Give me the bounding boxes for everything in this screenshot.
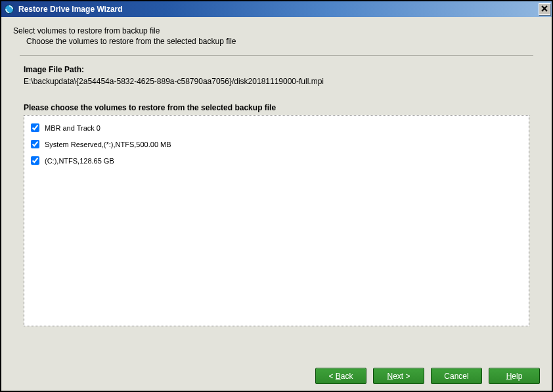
volume-item[interactable]: (C:),NTFS,128.65 GB (24, 152, 529, 169)
volumes-list: MBR and Track 0 System Reserved,(*:),NTF… (24, 115, 529, 326)
app-icon (4, 4, 14, 14)
page-heading: Select volumes to restore from backup fi… (13, 26, 540, 35)
volume-label: (C:),NTFS,128.65 GB (45, 157, 114, 165)
button-bar: < Back Next > Cancel Help (315, 368, 540, 384)
image-path-label: Image File Path: (24, 65, 540, 74)
volume-checkbox[interactable] (31, 156, 39, 165)
page-subheading: Choose the volumes to restore from the s… (26, 37, 540, 46)
volume-checkbox[interactable] (31, 123, 39, 132)
wizard-window: Restore Drive Image Wizard Select volume… (0, 0, 553, 392)
back-button[interactable]: < Back (315, 368, 366, 384)
volume-label: MBR and Track 0 (45, 124, 100, 132)
cancel-button[interactable]: Cancel (431, 368, 482, 384)
volume-label: System Reserved,(*:),NTFS,500.00 MB (45, 141, 171, 148)
volume-item[interactable]: System Reserved,(*:),NTFS,500.00 MB (24, 136, 529, 152)
volume-checkbox[interactable] (31, 140, 39, 148)
close-button[interactable] (539, 3, 550, 15)
next-button[interactable]: Next > (373, 368, 424, 384)
image-path-value: E:\backupdata\{2a54454a-5832-4625-889a-c… (24, 77, 540, 86)
volume-item[interactable]: MBR and Track 0 (24, 120, 529, 136)
volumes-label: Please choose the volumes to restore fro… (24, 103, 540, 112)
help-button[interactable]: Help (489, 368, 540, 384)
close-icon (541, 5, 548, 13)
divider (20, 55, 533, 56)
titlebar: Restore Drive Image Wizard (1, 1, 552, 17)
content-area: Select volumes to restore from backup fi… (1, 17, 552, 391)
window-title: Restore Drive Image Wizard (18, 5, 537, 14)
